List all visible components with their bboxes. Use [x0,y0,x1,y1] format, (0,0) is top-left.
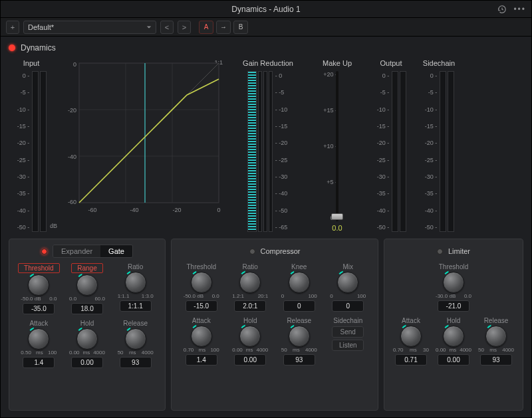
comp-threshold-value[interactable]: -15.0 [186,300,217,312]
comp-knee-knob[interactable] [289,272,310,293]
comp-ratio-value[interactable]: 2.0:1 [234,300,266,312]
gate-mode-segment: Expander Gate [53,245,133,258]
comp-mix-knob[interactable] [337,272,358,293]
input-meter-label: Input [23,59,39,67]
transfer-curve-graph[interactable]: 1:1 dB 0 -20 -40 [59,59,225,232]
comp-enable-dot[interactable] [249,249,255,255]
lim-attack-knob[interactable] [400,326,422,347]
gate-ratio-knob[interactable] [125,272,146,293]
lim-attack-value[interactable]: 0.71 [395,354,427,366]
output-meter-scale: 0 --5 --10 --15 --20 --25 --30 --35 --40… [376,71,391,232]
makeup-scale: +20 -+15 -+10 -+5 -0 - [320,71,337,221]
input-meter-bar-r [40,71,47,232]
gate-range-knob[interactable] [76,274,98,296]
sidechain-send-button[interactable]: Send [332,326,364,338]
gate-enable-dot[interactable] [41,249,47,255]
gate-attack-value[interactable]: 1.4 [23,357,55,368]
expander-tab[interactable]: Expander [53,245,100,257]
ab-copy-button[interactable]: → [216,21,231,34]
sidechain-meter-label: Sidechain [423,59,455,67]
input-meter-scale: 0 --5 --10 --15 --20 --25 --30 --35 --40… [16,71,31,232]
gate-threshold-knob[interactable] [28,274,49,296]
gate-attack-knob[interactable] [28,328,49,350]
svg-text:0: 0 [73,61,76,68]
comp-release-knob[interactable] [289,326,310,347]
makeup-value[interactable]: 0.0 [332,224,342,232]
lim-threshold-value[interactable]: -21.0 [438,300,469,312]
svg-text:-60: -60 [88,207,96,213]
gr-total-bar [247,71,257,232]
comp-sidechain-label: Sidechain [333,317,362,324]
comp-attack-value[interactable]: 1.4 [186,354,217,366]
history-icon[interactable] [497,5,507,14]
lim-release-value[interactable]: 93 [480,354,512,366]
more-icon[interactable]: ••• [513,5,526,14]
gate-attack-label: Attack [29,320,48,327]
limiter-module: Limiter Threshold-30.0 dB0.0-21.0 Attack… [384,239,523,411]
gr-bar-2 [263,71,267,232]
comp-hold-value[interactable]: 0.00 [234,354,266,366]
gate-hold-value[interactable]: 0.00 [71,357,103,368]
comp-attack-knob[interactable] [191,326,212,347]
output-meter: Output 0 --5 --10 --15 --20 --25 --30 --… [369,59,413,232]
lim-enable-dot[interactable] [437,249,443,255]
gate-ratio-label: Ratio [128,263,143,270]
comp-mix-value[interactable]: 0 [332,300,364,312]
sidechain-meter-bar-l [440,71,446,232]
svg-text:-20: -20 [172,207,181,213]
gate-hold: Hold 0.00ms4000 0.00 [65,320,110,368]
comp-sidechain: Sidechain Send Listen [325,317,372,366]
gate-threshold-value[interactable]: -35.0 [23,303,55,314]
compressor-module: Compressor Threshold-50.0 dB0.0-15.0 Rat… [171,239,378,411]
gr-meter-label: Gain Reduction [243,59,293,67]
preset-prev-button[interactable]: < [160,21,174,34]
preset-name: Default* [28,23,54,31]
gate-release-label: Release [123,320,148,327]
power-led-icon[interactable] [9,45,15,51]
makeup-track[interactable]: +20 -+15 -+10 -+5 -0 - [324,71,350,221]
comp-release-value[interactable]: 93 [283,354,315,366]
sidechain-meter-scale: 0 --5 --10 --15 --20 --25 --30 --35 --40… [424,71,439,232]
gate-hold-knob[interactable] [76,328,98,350]
gr-bar-1 [258,71,262,232]
gain-reduction-meter: Gain Reduction - 0- -5- -10- -15- -20- -… [231,59,305,232]
svg-text:-40: -40 [68,154,76,160]
input-meter-bar-l [32,71,39,232]
output-meter-bar-l [392,71,398,232]
comp-threshold-knob[interactable] [191,272,212,293]
gate-threshold: Threshold -50.0 dB0.0 -35.0 [16,263,62,314]
add-preset-button[interactable]: + [6,21,19,34]
preset-next-button[interactable]: > [178,21,191,34]
svg-text:-40: -40 [130,207,138,213]
ab-b-button[interactable]: B [233,21,248,34]
window-title: Dynamics - Audio 1 [231,5,300,14]
sidechain-listen-button[interactable]: Listen [332,340,364,351]
gate-threshold-label: Threshold [18,263,59,273]
svg-text:0: 0 [217,207,220,213]
gate-tab[interactable]: Gate [100,245,132,257]
gate-range-value[interactable]: 18.0 [71,303,103,314]
lim-hold-value[interactable]: 0.00 [438,354,469,366]
gate-attack: Attack 0.50ms100 1.4 [16,320,62,368]
comp-ratio-knob[interactable] [239,272,261,293]
modules-row: Expander Gate Threshold -50.0 dB0.0 -35.… [9,239,523,411]
ab-a-button[interactable]: A [199,21,213,34]
gate-ratio-value[interactable]: 1:1.1 [120,300,152,312]
input-meter: Input 0 --5 --10 --15 --20 --25 --30 --3… [9,59,54,232]
chevron-down-icon [146,25,152,30]
gate-release-value[interactable]: 93 [120,357,152,368]
makeup-slider: Make Up +20 -+15 -+10 -+5 -0 - 0.0 [311,59,364,232]
comp-knee-value[interactable]: 0 [283,300,315,312]
preset-dropdown[interactable]: Default* [23,21,156,34]
gate-release-knob[interactable] [125,328,146,350]
comp-hold-knob[interactable] [239,326,261,347]
makeup-thumb[interactable] [331,213,343,220]
gate-release: Release 50ms4000 93 [112,320,158,368]
gate-ratio: Ratio 1:1.11:3.0 1:1.1 [112,263,158,314]
lim-hold-knob[interactable] [443,326,464,347]
output-meter-bar-r [400,71,406,232]
svg-text:-60: -60 [68,199,76,205]
lim-release-knob[interactable] [485,326,507,347]
lim-threshold-knob[interactable] [443,272,464,293]
gr-meter-scale: - 0- -5- -10- -15- -20- -25- -30- -40- -… [274,71,289,232]
